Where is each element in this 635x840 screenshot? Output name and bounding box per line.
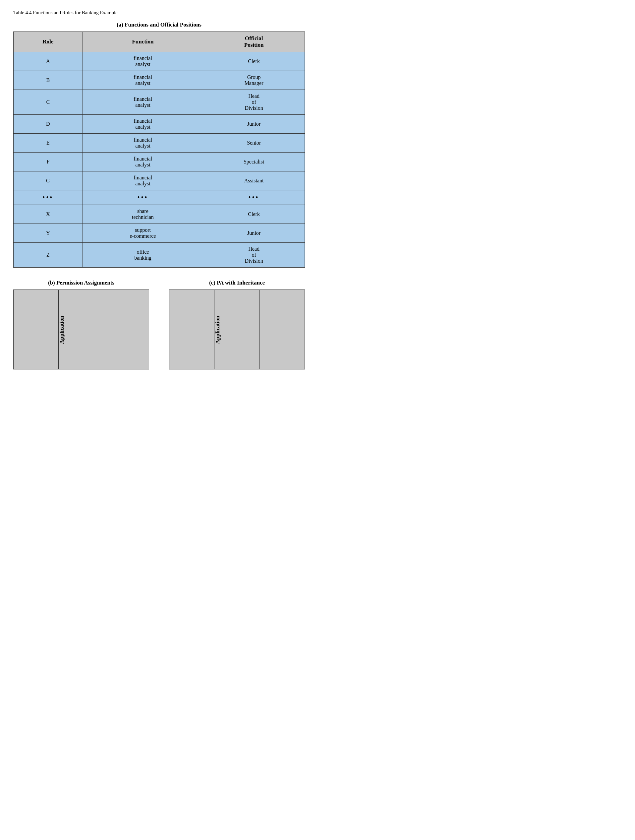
table-row-role-0: A	[14, 52, 83, 71]
table-row-role-7: •••	[14, 190, 83, 205]
table-row-position-10: HeadofDivision	[203, 243, 305, 268]
col-header-position: OfficialPosition	[203, 32, 305, 52]
part-c-left-empty	[169, 290, 214, 369]
table-row-function-6: financialanalyst	[82, 171, 203, 190]
part-b-title: (b) Permission Assignments	[13, 279, 149, 286]
table-row-role-6: G	[14, 171, 83, 190]
table-row-function-8: sharetechnician	[82, 205, 203, 224]
part-b-col-label: Application	[59, 293, 65, 366]
table-row-role-5: F	[14, 153, 83, 171]
table-row-role-2: C	[14, 90, 83, 115]
col-header-function: Function	[82, 32, 203, 52]
part-c-col-header: Application	[214, 290, 260, 369]
table-row-role-8: X	[14, 205, 83, 224]
table-row-function-5: financialanalyst	[82, 153, 203, 171]
table-row-position-5: Specialist	[203, 153, 305, 171]
part-c-block: (c) PA with Inheritance Application	[169, 279, 305, 369]
table-row-function-1: financialanalyst	[82, 71, 203, 90]
table-row-position-2: HeadofDivision	[203, 90, 305, 115]
part-c-table: Application	[169, 289, 305, 369]
table-row-position-9: Junior	[203, 224, 305, 243]
table-row-role-3: D	[14, 115, 83, 134]
table-row-role-9: Y	[14, 224, 83, 243]
table-row-function-3: financialanalyst	[82, 115, 203, 134]
part-c-right-empty	[260, 290, 304, 369]
table-caption: Table 4.4 Functions and Roles for Bankin…	[13, 10, 305, 16]
table-row-position-1: GroupManager	[203, 71, 305, 90]
table-row-function-4: financialanalyst	[82, 134, 203, 153]
part-b-table: Application	[13, 289, 149, 369]
part-b-block: (b) Permission Assignments Application	[13, 279, 149, 369]
table-row-function-0: financialanalyst	[82, 52, 203, 71]
table-row-function-2: financialanalyst	[82, 90, 203, 115]
bottom-section: (b) Permission Assignments Application (…	[13, 279, 305, 369]
main-table: Role Function OfficialPosition Afinancia…	[13, 32, 305, 268]
part-b-col-header: Application	[59, 290, 104, 369]
table-row-role-1: B	[14, 71, 83, 90]
table-row-position-3: Junior	[203, 115, 305, 134]
table-row-position-7: •••	[203, 190, 305, 205]
part-b-right-empty	[104, 290, 149, 369]
table-row-function-9: supporte-commerce	[82, 224, 203, 243]
table-row-function-10: officebanking	[82, 243, 203, 268]
part-c-title: (c) PA with Inheritance	[169, 279, 305, 286]
part-c-col-label: Application	[214, 293, 221, 366]
table-row-role-4: E	[14, 134, 83, 153]
table-row-position-8: Clerk	[203, 205, 305, 224]
part-a-title: (a) Functions and Official Positions	[13, 22, 305, 28]
part-b-left-empty	[14, 290, 59, 369]
table-row-function-7: •••	[82, 190, 203, 205]
table-row-position-4: Senior	[203, 134, 305, 153]
col-header-role: Role	[14, 32, 83, 52]
table-row-position-0: Clerk	[203, 52, 305, 71]
table-row-role-10: Z	[14, 243, 83, 268]
table-row-position-6: Assistant	[203, 171, 305, 190]
